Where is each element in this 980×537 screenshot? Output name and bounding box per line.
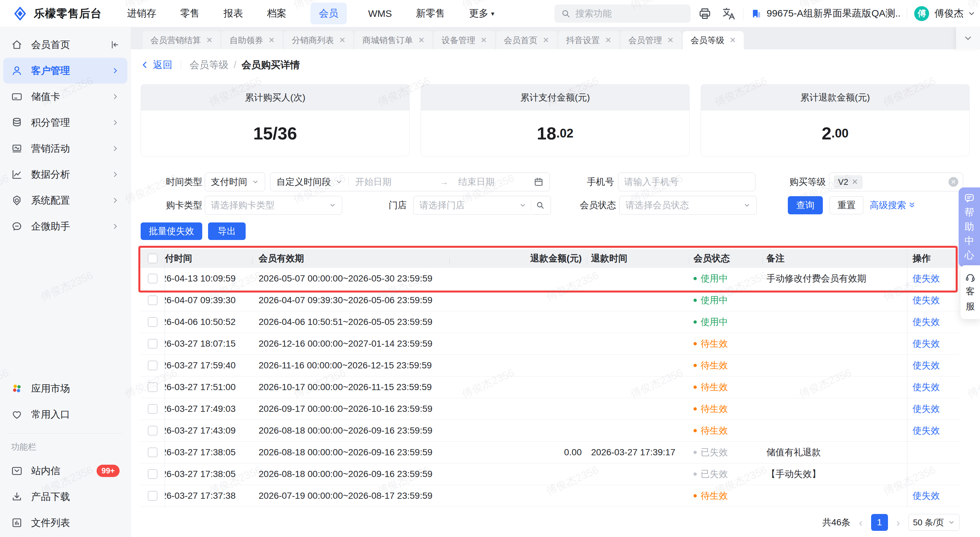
sidebar-item-客户管理[interactable]: 客户管理: [3, 58, 127, 84]
sidebar-item-会员首页[interactable]: 会员首页: [3, 32, 127, 58]
sidebar-item-储值卡[interactable]: 储值卡: [3, 84, 127, 110]
tab-close-icon[interactable]: ✕: [730, 36, 736, 45]
row-checkbox[interactable]: [148, 404, 158, 414]
customer-service-button[interactable]: 客服: [961, 265, 980, 319]
tab-close-icon[interactable]: ✕: [667, 36, 674, 45]
table-row: 2026-03-27 18:07:152026-12-16 00:00:00~2…: [141, 333, 959, 355]
tab-close-icon[interactable]: ✕: [543, 36, 549, 45]
row-checkbox[interactable]: [148, 274, 158, 284]
row-checkbox[interactable]: [148, 360, 158, 370]
search-input[interactable]: 搜索功能: [555, 5, 690, 23]
invalidate-link[interactable]: 使失效: [913, 424, 940, 437]
workspace-switcher[interactable]: 99675-A组新界面果蔬版QA测...: [751, 7, 900, 20]
tab-会员营销结算[interactable]: 会员营销结算✕: [143, 31, 220, 49]
row-checkbox[interactable]: [148, 448, 158, 457]
breadcrumb-parent[interactable]: 会员等级: [189, 58, 229, 72]
table-row: 2026-03-27 17:51:002026-10-17 00:00:00~2…: [141, 376, 959, 398]
invalidate-link[interactable]: 使失效: [913, 294, 940, 306]
help-center-button[interactable]: 帮助中心: [959, 187, 980, 267]
tab-close-icon[interactable]: ✕: [206, 36, 213, 45]
start-date-input[interactable]: 开始日期: [355, 176, 391, 188]
sidebar-item-应用市场[interactable]: 应用市场: [3, 376, 127, 402]
nav-item-档案[interactable]: 档案: [267, 7, 286, 20]
member-status-select[interactable]: 请选择会员状态: [619, 196, 757, 215]
prev-page-button[interactable]: ‹: [859, 517, 862, 528]
nav-item-新零售[interactable]: 新零售: [416, 7, 445, 20]
phone-input[interactable]: 请输入手机号: [618, 172, 756, 191]
sidebar-item-营销活动[interactable]: 营销活动: [3, 135, 127, 161]
nav-item-零售[interactable]: 零售: [180, 7, 200, 20]
level-tag[interactable]: V2✕: [834, 175, 862, 189]
export-button[interactable]: 导出: [208, 223, 246, 240]
sidebar-item-产品下载[interactable]: 产品下载: [3, 484, 127, 510]
translate-icon[interactable]: [722, 6, 736, 21]
calendar-icon[interactable]: [533, 177, 544, 187]
tab-close-icon[interactable]: ✕: [339, 36, 345, 45]
sidebar-item-站内信[interactable]: 站内信99+: [3, 458, 127, 484]
tab-close-icon[interactable]: ✕: [418, 36, 425, 45]
nav-item-进销存[interactable]: 进销存: [127, 7, 156, 20]
query-button[interactable]: 查询: [788, 196, 823, 214]
back-button[interactable]: 返回: [141, 58, 172, 72]
sidebar-item-积分管理[interactable]: 积分管理: [3, 110, 127, 135]
tab-抖音设置[interactable]: 抖音设置✕: [558, 31, 619, 49]
batch-invalidate-button[interactable]: 批量使失效: [141, 223, 202, 240]
time-type-select[interactable]: 支付时间: [205, 172, 265, 191]
nav-item-会员[interactable]: 会员: [310, 3, 347, 24]
store-search-icon[interactable]: [536, 201, 545, 210]
end-date-input[interactable]: 结束日期: [458, 176, 495, 188]
nav-item-更多[interactable]: 更多▾: [469, 7, 494, 20]
row-checkbox[interactable]: [148, 339, 158, 349]
tab-商城销售订单[interactable]: 商城销售订单✕: [355, 31, 432, 49]
period-select[interactable]: 自定义时间段: [277, 176, 331, 188]
card-type-select[interactable]: 请选择购卡类型: [205, 196, 342, 215]
row-checkbox[interactable]: [148, 426, 158, 435]
current-page[interactable]: 1: [871, 514, 888, 531]
tab-自助领券[interactable]: 自助领券✕: [222, 31, 283, 49]
invalidate-link[interactable]: 使失效: [913, 272, 940, 285]
clear-select-icon[interactable]: ✕: [948, 177, 958, 187]
row-checkbox[interactable]: [148, 469, 158, 479]
tab-close-icon[interactable]: ✕: [480, 36, 487, 45]
invalidate-link[interactable]: 使失效: [913, 359, 940, 371]
invalidate-link[interactable]: 使失效: [913, 338, 940, 350]
page-size-select[interactable]: 50 条/页: [908, 514, 959, 531]
purchase-level-select[interactable]: V2✕ ✕: [829, 172, 963, 191]
printer-icon[interactable]: [698, 6, 712, 21]
row-checkbox[interactable]: [148, 491, 158, 501]
tab-会员首页[interactable]: 会员首页✕: [496, 31, 557, 49]
sidebar-item-文件列表[interactable]: 文件列表: [3, 510, 127, 536]
sidebar-item-数据分析[interactable]: 数据分析: [3, 161, 127, 187]
tab-会员等级[interactable]: 会员等级✕: [683, 31, 744, 49]
row-checkbox[interactable]: [148, 295, 158, 305]
tab-设备管理[interactable]: 设备管理✕: [434, 31, 495, 49]
tab-分销商列表[interactable]: 分销商列表✕: [284, 31, 353, 49]
sidebar-collapse-icon[interactable]: [108, 39, 119, 50]
nav-item-报表[interactable]: 报表: [224, 7, 243, 20]
reset-button[interactable]: 重置: [830, 196, 863, 214]
pay-time: 2026-03-27 17:43:09: [165, 425, 235, 436]
avatar[interactable]: 傅: [914, 6, 929, 21]
advanced-search-link[interactable]: 高级搜索: [870, 199, 916, 212]
tag-close-icon[interactable]: ✕: [852, 177, 858, 186]
user-menu-caret-icon[interactable]: [967, 10, 976, 18]
sidebar-item-常用入口[interactable]: 常用入口: [3, 402, 127, 427]
tab-会员管理[interactable]: 会员管理✕: [620, 31, 681, 49]
row-checkbox[interactable]: [148, 317, 158, 327]
row-checkbox[interactable]: [148, 382, 158, 392]
tab-close-icon[interactable]: ✕: [605, 36, 611, 45]
date-range-picker[interactable]: 自定义时间段 开始日期 → 结束日期: [270, 172, 550, 191]
floating-label-char: 服: [966, 300, 975, 312]
invalidate-link[interactable]: 使失效: [913, 490, 940, 502]
invalidate-link[interactable]: 使失效: [913, 316, 940, 328]
select-all-checkbox[interactable]: [148, 253, 158, 263]
invalidate-link[interactable]: 使失效: [913, 403, 940, 415]
store-select[interactable]: 请选择门店: [413, 196, 551, 215]
tabs-overflow-button[interactable]: [956, 27, 980, 49]
sidebar-item-系统配置[interactable]: 系统配置: [3, 187, 127, 214]
next-page-button[interactable]: ›: [896, 517, 900, 528]
tab-close-icon[interactable]: ✕: [268, 36, 275, 45]
invalidate-link[interactable]: 使失效: [913, 381, 940, 394]
nav-item-WMS[interactable]: WMS: [368, 8, 392, 19]
sidebar-item-企微助手[interactable]: 企微助手: [3, 214, 127, 239]
